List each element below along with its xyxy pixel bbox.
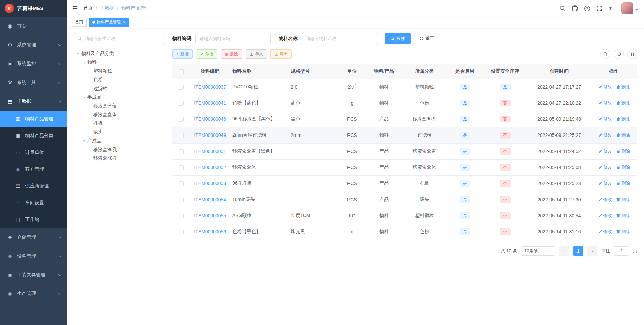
help-icon[interactable]: ? [581, 0, 593, 17]
material-code-link[interactable]: ITEM00000037 [194, 84, 226, 90]
sidebar-item-material-product[interactable]: ▦物料产品管理 [0, 111, 67, 127]
material-code-link[interactable]: ITEM00000046 [194, 116, 226, 122]
row-checkbox[interactable] [179, 198, 184, 202]
row-checkbox[interactable] [179, 181, 184, 186]
material-code-link[interactable]: ITEM00000052 [194, 165, 226, 170]
sidebar-item-supplier[interactable]: ☷供应商管理 [0, 178, 67, 195]
row-edit-button[interactable]: 修改 [598, 148, 612, 154]
material-code-input[interactable] [195, 33, 271, 44]
columns-grid-icon[interactable] [627, 49, 637, 59]
tree-node[interactable]: ▾物料及产品分类 [74, 49, 165, 58]
material-code-link[interactable]: ITEM00000054 [194, 197, 226, 202]
material-code-link[interactable]: ITEM00000051 [194, 149, 226, 154]
tree-node[interactable]: 移液盒48孔 [74, 154, 165, 163]
export-button[interactable]: 导出 [270, 49, 292, 59]
select-all-checkbox[interactable] [179, 69, 184, 74]
category-search-input[interactable] [85, 36, 161, 41]
row-delete-button[interactable]: 删除 [616, 148, 630, 154]
sidebar-item-home[interactable]: ◉首页 [0, 17, 67, 36]
row-checkbox[interactable] [179, 85, 184, 90]
tree-node[interactable]: 塑料颗粒 [74, 67, 165, 75]
refresh-button[interactable] [614, 49, 624, 59]
sidebar-item-warehouse[interactable]: ◈仓储管理 [0, 228, 67, 247]
breadcrumb-item-home[interactable]: 首页 [83, 5, 93, 11]
tab-home[interactable]: 首页 [72, 18, 87, 27]
tree-node[interactable]: ▾物料 [74, 58, 165, 67]
tab-material-product[interactable]: 物料产品管理 × [89, 18, 129, 27]
row-checkbox[interactable] [179, 101, 184, 106]
row-delete-button[interactable]: 删除 [616, 132, 630, 138]
page-1-button[interactable]: 1 [573, 246, 583, 256]
row-edit-button[interactable]: 修改 [598, 164, 612, 170]
row-delete-button[interactable]: 删除 [616, 197, 630, 203]
row-edit-button[interactable]: 修改 [598, 116, 612, 122]
user-menu[interactable] [618, 2, 640, 14]
search-icon[interactable] [556, 0, 569, 17]
row-checkbox[interactable] [179, 214, 184, 218]
sidebar-item-material-category[interactable]: ≣物料产品分类 [0, 127, 67, 144]
material-code-link[interactable]: ITEM00000053 [194, 181, 226, 186]
sidebar-item-fixture[interactable]: ◙工装夹具管理 [0, 266, 67, 284]
tree-node[interactable]: 色粉 [74, 75, 165, 84]
row-delete-button[interactable]: 删除 [616, 100, 630, 106]
reset-button[interactable]: 重置 [414, 33, 439, 44]
edit-button[interactable]: 修改 [196, 49, 217, 59]
row-checkbox[interactable] [179, 230, 184, 234]
row-delete-button[interactable]: 删除 [616, 164, 630, 170]
add-button[interactable]: +新增 [172, 49, 193, 59]
github-icon[interactable] [569, 0, 581, 17]
row-edit-button[interactable]: 修改 [598, 132, 612, 138]
sidebar-item-production[interactable]: ◎生产管理 [0, 284, 67, 303]
sidebar-item-customer[interactable]: ☻客户管理 [0, 161, 67, 178]
prev-page-button[interactable]: ‹ [559, 246, 569, 256]
breadcrumb-item-master-data[interactable]: 主数据 [100, 5, 114, 11]
row-checkbox[interactable] [179, 165, 184, 170]
tree-node[interactable]: 吸头 [74, 128, 165, 137]
toggle-search-button[interactable] [600, 49, 610, 59]
fullscreen-icon[interactable] [593, 0, 605, 17]
sidebar-item-equipment[interactable]: ❖设备管理 [0, 247, 67, 266]
row-delete-button[interactable]: 删除 [616, 180, 630, 186]
tab-close-icon[interactable]: × [123, 20, 125, 24]
tree-node[interactable]: ▾产成品 [74, 137, 165, 145]
sidebar-item-workstation[interactable]: ◫工作站 [0, 211, 67, 228]
import-button[interactable]: 导入 [246, 49, 267, 59]
sidebar-item-unit[interactable]: ▭计量单位 [0, 144, 67, 161]
next-page-button[interactable]: › [587, 246, 597, 256]
material-code-link[interactable]: ITEM00000049 [194, 132, 226, 138]
sidebar-item-master-data[interactable]: ▤主数据 [0, 92, 67, 111]
search-button[interactable]: 搜索 [385, 33, 411, 44]
sidebar-item-workshop[interactable]: ⌂车间设置 [0, 195, 67, 211]
app-logo[interactable]: K 苦糖果MES [0, 0, 67, 17]
sidebar-item-system[interactable]: ⚙系统管理 [0, 36, 67, 54]
row-delete-button[interactable]: 删除 [616, 229, 630, 235]
goto-page-input[interactable] [614, 246, 629, 256]
material-code-link[interactable]: ITEM00000041 [194, 100, 226, 106]
row-checkbox[interactable] [179, 149, 184, 154]
material-name-input[interactable] [302, 33, 377, 44]
sidebar-item-tools[interactable]: ⚒系统工具 [0, 73, 67, 92]
page-size-select[interactable]: 10条/页 [521, 246, 555, 256]
row-delete-button[interactable]: 删除 [616, 84, 630, 90]
hamburger-icon[interactable] [67, 0, 83, 17]
tree-node[interactable]: 孔板 [74, 119, 165, 128]
tree-node[interactable]: ▾半成品 [74, 93, 165, 102]
row-edit-button[interactable]: 修改 [598, 100, 612, 106]
row-edit-button[interactable]: 修改 [598, 229, 612, 235]
row-edit-button[interactable]: 修改 [598, 213, 612, 219]
row-edit-button[interactable]: 修改 [598, 197, 612, 203]
tree-node[interactable]: 移液盒96孔 [74, 145, 165, 154]
material-code-link[interactable]: ITEM00000055 [194, 213, 226, 218]
row-edit-button[interactable]: 修改 [598, 84, 612, 90]
row-checkbox[interactable] [179, 117, 184, 122]
material-code-link[interactable]: ITEM00000056 [194, 229, 226, 234]
sidebar-item-monitor[interactable]: ▣系统监控 [0, 54, 67, 73]
tree-node[interactable]: 移液盒盒盖 [74, 102, 165, 110]
tree-node[interactable]: 过滤棉 [74, 84, 165, 93]
tree-node[interactable]: 移液盒盒体 [74, 110, 165, 119]
font-size-icon[interactable]: TT [605, 0, 618, 17]
delete-button[interactable]: 删除 [221, 49, 242, 59]
row-delete-button[interactable]: 删除 [616, 116, 630, 122]
row-checkbox[interactable] [179, 133, 184, 138]
row-edit-button[interactable]: 修改 [598, 180, 612, 186]
